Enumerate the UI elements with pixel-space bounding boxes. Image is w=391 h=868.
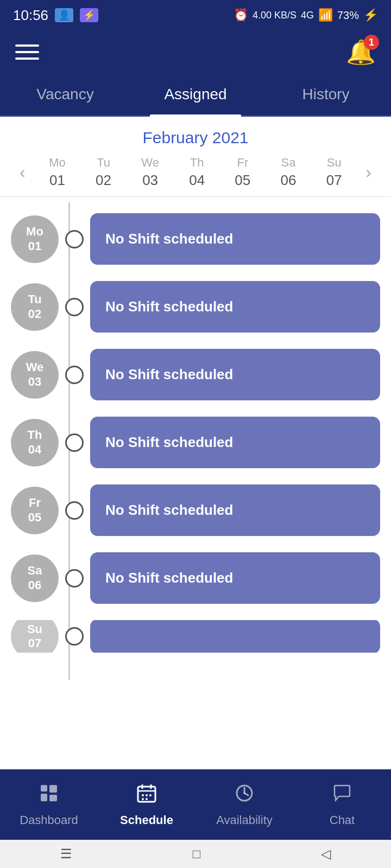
status-bar: 10:56 👤 ⚡ ⏰ 4.00 KB/S 4G 📶 73% ⚡: [0, 0, 391, 30]
day-circle-name-0: Mo: [26, 225, 43, 239]
notification-button[interactable]: 🔔 1: [346, 38, 376, 66]
week-day-1: Tu 02: [96, 156, 111, 189]
day-num-5: 06: [281, 172, 297, 189]
timeline-item-5: Sa 06 No Shift scheduled: [11, 552, 380, 604]
timeline-item-2: We 03 No Shift scheduled: [11, 349, 380, 400]
main-tabs: Vacancy Assigned History: [0, 74, 391, 117]
svg-point-8: [142, 794, 144, 796]
alarm-icon: ⏰: [234, 8, 248, 22]
day-circle-name-2: We: [26, 360, 44, 374]
system-nav-bar: ☰ □ ◁: [0, 840, 391, 868]
shift-text-4: No Shift scheduled: [105, 502, 233, 519]
hamburger-menu[interactable]: [15, 44, 39, 60]
day-circle-num-0: 01: [28, 239, 41, 253]
timeline-item-1: Tu 02 No Shift scheduled: [11, 281, 380, 333]
week-day-6: Su 07: [326, 156, 342, 189]
svg-rect-2: [49, 785, 57, 793]
shift-text-1: No Shift scheduled: [105, 298, 233, 315]
day-circle-name-6: Su: [27, 622, 42, 636]
timeline-dot-3: [65, 433, 84, 452]
svg-point-12: [146, 798, 148, 800]
timeline-dot-0: [65, 230, 84, 248]
nav-item-chat[interactable]: Chat: [293, 782, 391, 827]
week-nav: ‹ Mo 01 Tu 02 We 03 Th 04 Fr 05: [0, 156, 391, 189]
shift-card-3[interactable]: No Shift scheduled: [90, 417, 380, 468]
day-circle-num-3: 04: [28, 443, 41, 457]
day-circle-5: Sa 06: [11, 554, 59, 602]
day-circle-num-1: 02: [28, 307, 41, 321]
week-day-0: Mo 01: [49, 156, 66, 189]
shift-card-1[interactable]: No Shift scheduled: [90, 281, 380, 333]
timeline-item-4: Fr 05 No Shift scheduled: [11, 484, 380, 536]
bolt-icon: ⚡: [363, 8, 378, 22]
shift-text-2: No Shift scheduled: [105, 366, 233, 383]
timeline-dot-5: [65, 569, 84, 588]
svg-line-15: [244, 793, 248, 795]
day-name-6: Su: [327, 156, 342, 170]
day-num-3: 04: [189, 172, 205, 189]
day-circle-name-4: Fr: [29, 496, 41, 510]
svg-point-10: [149, 794, 152, 796]
nav-item-availability[interactable]: Availability: [195, 782, 293, 827]
header: 🔔 1: [0, 30, 391, 74]
week-days: Mo 01 Tu 02 We 03 Th 04 Fr 05 Sa 06: [34, 156, 357, 189]
svg-point-11: [142, 798, 144, 800]
day-circle-0: Mo 01: [11, 215, 59, 263]
timeline: Mo 01 No Shift scheduled Tu 02 No Shift …: [0, 202, 391, 680]
svg-rect-0: [41, 785, 47, 792]
tab-vacancy[interactable]: Vacancy: [0, 74, 130, 115]
sys-back-button[interactable]: ◁: [321, 846, 331, 861]
nav-item-schedule[interactable]: Schedule: [98, 782, 195, 827]
timeline-dot-2: [65, 366, 84, 384]
schedule-icon: [136, 782, 157, 809]
shift-card-4[interactable]: No Shift scheduled: [90, 484, 380, 536]
prev-week-arrow[interactable]: ‹: [11, 162, 34, 182]
timeline-item-6: Su 07: [11, 620, 380, 653]
day-circle-name-5: Sa: [28, 564, 42, 578]
shift-card-6[interactable]: [90, 620, 380, 653]
header-divider: [0, 196, 391, 197]
tab-history[interactable]: History: [261, 74, 391, 115]
month-header: February 2021 ‹ Mo 01 Tu 02 We 03 Th 04 …: [0, 117, 391, 202]
day-name-3: Th: [190, 156, 204, 170]
signal-icon: 👤: [55, 8, 73, 22]
timeline-item-0: Mo 01 No Shift scheduled: [11, 213, 380, 265]
day-circle-4: Fr 05: [11, 487, 59, 534]
nav-label-dashboard: Dashboard: [20, 813, 78, 827]
day-num-6: 07: [326, 172, 342, 189]
day-circle-name-3: Th: [28, 428, 42, 442]
dashboard-icon: [38, 782, 60, 809]
week-day-4: Fr 05: [235, 156, 250, 189]
day-num-2: 03: [142, 172, 158, 189]
day-num-4: 05: [235, 172, 250, 189]
day-circle-num-2: 03: [28, 375, 41, 389]
week-day-3: Th 04: [189, 156, 205, 189]
day-name-5: Sa: [281, 156, 296, 170]
shift-card-5[interactable]: No Shift scheduled: [90, 552, 380, 604]
next-week-arrow[interactable]: ›: [357, 162, 380, 182]
signal-bars: 📶: [318, 8, 333, 22]
nav-label-chat: Chat: [330, 813, 355, 827]
notification-badge: 1: [364, 35, 379, 50]
hamburger-line-3: [15, 58, 39, 60]
timeline-item-3: Th 04 No Shift scheduled: [11, 417, 380, 468]
month-title: February 2021: [0, 129, 391, 147]
sys-home-button[interactable]: □: [193, 846, 201, 861]
day-circle-name-1: Tu: [28, 292, 41, 307]
sys-menu-button[interactable]: ☰: [60, 846, 72, 861]
data-speed: 4.00 KB/S: [253, 10, 297, 21]
nav-item-dashboard[interactable]: Dashboard: [0, 782, 98, 827]
shift-text-3: No Shift scheduled: [105, 434, 233, 451]
shift-card-0[interactable]: No Shift scheduled: [90, 213, 380, 265]
day-circle-2: We 03: [11, 351, 59, 399]
svg-rect-3: [49, 795, 57, 801]
shift-card-2[interactable]: No Shift scheduled: [90, 349, 380, 400]
day-circle-num-6: 07: [28, 636, 41, 650]
day-name-0: Mo: [49, 156, 66, 170]
day-circle-6: Su 07: [11, 620, 59, 653]
chat-icon: [331, 782, 353, 809]
network-type: 4G: [301, 10, 314, 21]
bottom-nav: Dashboard Schedule Avail: [0, 769, 391, 840]
nav-label-schedule: Schedule: [120, 813, 173, 827]
tab-assigned[interactable]: Assigned: [130, 74, 261, 115]
